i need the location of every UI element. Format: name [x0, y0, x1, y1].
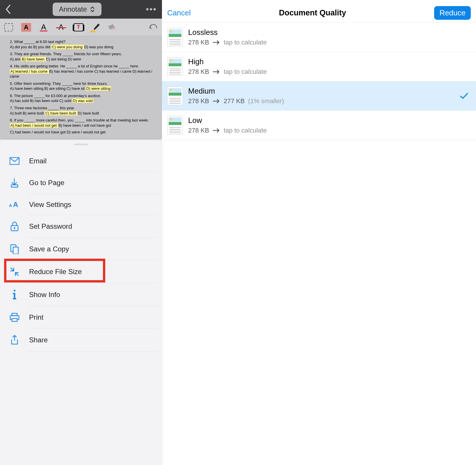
arrow-right-icon — [213, 99, 220, 104]
mode-selector[interactable]: Annotate — [53, 3, 101, 16]
menu-label: View Settings — [29, 201, 71, 209]
sheet-grabber[interactable] — [74, 144, 88, 145]
menu-item-view[interactable]: AAView Settings — [0, 194, 162, 215]
calculate-hint: tap to calculate — [224, 39, 267, 46]
copy-icon — [8, 244, 21, 254]
doc-thumbnail-icon — [167, 87, 183, 105]
mode-label: Annotate — [59, 5, 87, 13]
lock-icon — [8, 221, 21, 231]
annotation-toolbar: A A A [T] — [0, 19, 162, 36]
menu-label: Reduce File Size — [29, 268, 82, 276]
eraser-icon[interactable] — [108, 23, 117, 32]
menu-label: Set Password — [29, 222, 72, 230]
calculate-hint: tap to calculate — [224, 127, 267, 134]
size-diff: (1% smaller) — [248, 97, 284, 105]
menu-item-mail[interactable]: Email — [0, 151, 162, 171]
quality-option-lossless[interactable]: Lossless278 KBtap to calculate — [162, 23, 476, 52]
size-after: 277 KB — [224, 97, 245, 105]
quality-option-low[interactable]: Low278 KBtap to calculate — [162, 111, 476, 140]
highlighter-icon[interactable] — [91, 23, 101, 32]
back-button[interactable] — [5, 5, 11, 14]
menu-item-print[interactable]: Print — [0, 306, 162, 328]
menu-item-share[interactable]: Share — [0, 328, 162, 352]
doc-thumbnail-icon — [167, 28, 183, 46]
menu-label: Show Info — [29, 291, 60, 299]
marquee-select-icon[interactable] — [3, 22, 14, 33]
menu-label: Share — [29, 336, 48, 344]
document-preview: 2. What _____ at 8.00 last night?A) did … — [0, 36, 162, 140]
size-before: 278 KB — [188, 127, 209, 134]
size-before: 278 KB — [188, 97, 209, 105]
print-icon — [8, 313, 21, 322]
quality-header: Cancel Document Quality Reduce — [162, 0, 476, 23]
more-menu-icon[interactable]: ••• — [146, 4, 157, 14]
menu-label: Print — [29, 313, 43, 321]
left-panel: Annotate ••• A A A [T] 2. What _____ at … — [0, 0, 162, 465]
menu-item-copy[interactable]: Save a Copy — [0, 238, 162, 260]
info-icon — [8, 289, 21, 300]
svg-rect-14 — [13, 298, 16, 299]
doc-thumbnail-icon — [167, 57, 183, 76]
svg-rect-10 — [13, 247, 18, 254]
underline-icon[interactable]: A — [38, 22, 49, 33]
menu-item-info[interactable]: Show Info — [0, 283, 162, 306]
action-sheet: EmailGo to PageAAView SettingsSet Passwo… — [0, 140, 162, 465]
reduce-button[interactable]: Reduce — [434, 6, 471, 20]
svg-point-11 — [14, 290, 15, 291]
svg-text:A: A — [9, 203, 12, 208]
insert-text-icon[interactable]: [T] — [73, 22, 84, 33]
calculate-hint: tap to calculate — [224, 68, 267, 76]
doc-thumbnail-icon — [167, 116, 183, 135]
menu-label: Email — [29, 157, 47, 165]
text-highlight-box-icon[interactable]: A — [21, 22, 31, 33]
undo-icon[interactable] — [148, 22, 158, 33]
reduce-icon — [8, 267, 21, 277]
size-before: 278 KB — [188, 39, 209, 46]
menu-label: Go to Page — [29, 179, 64, 187]
strikethrough-icon[interactable]: A — [56, 22, 66, 33]
quality-option-medium[interactable]: Medium278 KB277 KB (1% smaller) — [162, 81, 476, 111]
quality-option-high[interactable]: High278 KBtap to calculate — [162, 52, 476, 81]
arrow-right-icon — [213, 40, 220, 45]
view-icon: AA — [8, 201, 21, 209]
arrow-right-icon — [213, 128, 220, 133]
quality-name: Medium — [188, 87, 284, 96]
topbar: Annotate ••• — [0, 0, 162, 19]
svg-rect-13 — [13, 293, 15, 294]
mail-icon — [8, 157, 21, 165]
quality-name: High — [188, 57, 267, 66]
checkmark-icon — [460, 92, 468, 99]
share-icon — [8, 335, 21, 345]
arrow-right-icon — [213, 69, 220, 74]
goto-icon — [8, 178, 21, 188]
page-title: Document Quality — [191, 8, 434, 17]
menu-item-reduce[interactable]: Reduce File Size — [0, 260, 162, 283]
quality-name: Lossless — [188, 28, 267, 37]
menu-item-goto[interactable]: Go to Page — [0, 171, 162, 194]
quality-name: Low — [188, 116, 267, 125]
svg-rect-17 — [12, 319, 17, 321]
cancel-button[interactable]: Cancel — [167, 8, 191, 17]
svg-text:A: A — [13, 201, 18, 208]
right-panel: Cancel Document Quality Reduce Lossless2… — [162, 0, 476, 465]
menu-item-lock[interactable]: Set Password — [0, 215, 162, 238]
size-before: 278 KB — [188, 68, 209, 76]
menu-label: Save a Copy — [29, 245, 69, 253]
quality-options-list: Lossless278 KBtap to calculateHigh278 KB… — [162, 23, 476, 140]
svg-rect-3 — [11, 185, 18, 187]
